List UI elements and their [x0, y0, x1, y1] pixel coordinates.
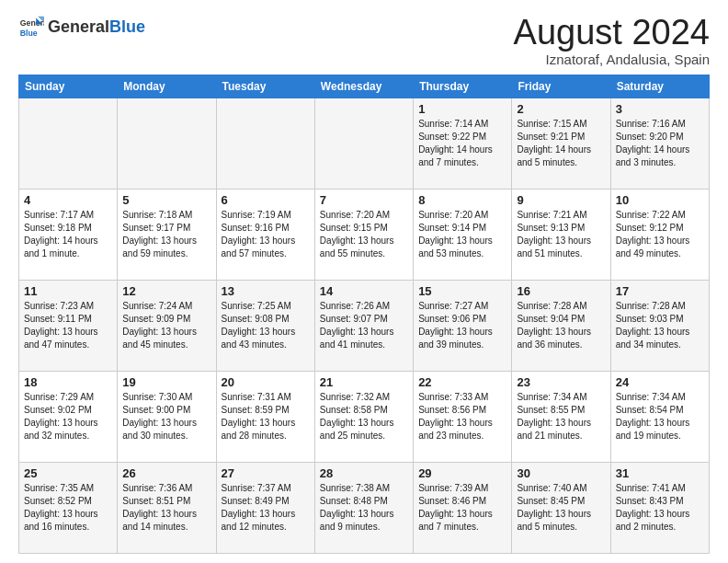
day-number: 4 [24, 193, 112, 207]
day-info: Sunrise: 7:30 AM Sunset: 9:00 PM Dayligh… [122, 391, 210, 442]
table-row: 26Sunrise: 7:36 AM Sunset: 8:51 PM Dayli… [118, 463, 216, 554]
day-info: Sunrise: 7:18 AM Sunset: 9:17 PM Dayligh… [122, 209, 210, 260]
table-row: 1Sunrise: 7:14 AM Sunset: 9:22 PM Daylig… [414, 98, 512, 190]
table-row: 31Sunrise: 7:41 AM Sunset: 8:43 PM Dayli… [610, 463, 709, 554]
table-row: 3Sunrise: 7:16 AM Sunset: 9:20 PM Daylig… [610, 98, 709, 190]
col-saturday: Saturday [610, 75, 709, 98]
day-number: 16 [517, 284, 605, 298]
calendar-week-row: 4Sunrise: 7:17 AM Sunset: 9:18 PM Daylig… [19, 190, 710, 281]
day-number: 28 [320, 466, 408, 480]
table-row: 12Sunrise: 7:24 AM Sunset: 9:09 PM Dayli… [118, 281, 216, 372]
table-row: 20Sunrise: 7:31 AM Sunset: 8:59 PM Dayli… [216, 372, 314, 463]
table-row: 29Sunrise: 7:39 AM Sunset: 8:46 PM Dayli… [414, 463, 512, 554]
table-row: 2Sunrise: 7:15 AM Sunset: 9:21 PM Daylig… [512, 98, 610, 190]
day-info: Sunrise: 7:21 AM Sunset: 9:13 PM Dayligh… [517, 209, 605, 260]
col-wednesday: Wednesday [314, 75, 413, 98]
table-row: 18Sunrise: 7:29 AM Sunset: 9:02 PM Dayli… [19, 372, 118, 463]
day-number: 7 [320, 193, 408, 207]
logo-text: GeneralBlue [48, 18, 145, 37]
table-row: 19Sunrise: 7:30 AM Sunset: 9:00 PM Dayli… [118, 372, 216, 463]
day-info: Sunrise: 7:17 AM Sunset: 9:18 PM Dayligh… [24, 209, 112, 260]
calendar-week-row: 1Sunrise: 7:14 AM Sunset: 9:22 PM Daylig… [19, 98, 710, 190]
day-number: 19 [122, 375, 210, 389]
col-thursday: Thursday [414, 75, 512, 98]
day-number: 27 [222, 466, 310, 480]
day-info: Sunrise: 7:23 AM Sunset: 9:11 PM Dayligh… [24, 300, 112, 351]
day-info: Sunrise: 7:37 AM Sunset: 8:49 PM Dayligh… [222, 482, 310, 534]
day-number: 9 [517, 193, 605, 207]
table-row: 25Sunrise: 7:35 AM Sunset: 8:52 PM Dayli… [19, 463, 118, 554]
table-row: 7Sunrise: 7:20 AM Sunset: 9:15 PM Daylig… [314, 190, 413, 281]
col-tuesday: Tuesday [216, 75, 314, 98]
table-row: 8Sunrise: 7:20 AM Sunset: 9:14 PM Daylig… [414, 190, 512, 281]
day-info: Sunrise: 7:40 AM Sunset: 8:45 PM Dayligh… [517, 482, 605, 534]
table-row: 28Sunrise: 7:38 AM Sunset: 8:48 PM Dayli… [314, 463, 413, 554]
day-number: 13 [222, 284, 310, 298]
day-number: 15 [418, 284, 506, 298]
day-info: Sunrise: 7:29 AM Sunset: 9:02 PM Dayligh… [24, 391, 112, 442]
day-info: Sunrise: 7:36 AM Sunset: 8:51 PM Dayligh… [122, 482, 210, 534]
table-row: 24Sunrise: 7:34 AM Sunset: 8:54 PM Dayli… [610, 372, 709, 463]
day-info: Sunrise: 7:14 AM Sunset: 9:22 PM Dayligh… [418, 118, 506, 169]
table-row: 9Sunrise: 7:21 AM Sunset: 9:13 PM Daylig… [512, 190, 610, 281]
generalblue-logo-icon: General Blue [18, 15, 44, 40]
day-number: 25 [24, 466, 112, 480]
day-number: 11 [24, 284, 112, 298]
day-number: 22 [418, 375, 506, 389]
day-number: 23 [517, 375, 605, 389]
day-info: Sunrise: 7:33 AM Sunset: 8:56 PM Dayligh… [418, 391, 506, 442]
calendar-week-row: 25Sunrise: 7:35 AM Sunset: 8:52 PM Dayli… [19, 463, 710, 554]
table-row: 16Sunrise: 7:28 AM Sunset: 9:04 PM Dayli… [512, 281, 610, 372]
day-number: 14 [320, 284, 408, 298]
day-info: Sunrise: 7:28 AM Sunset: 9:04 PM Dayligh… [517, 300, 605, 351]
calendar-header-row: Sunday Monday Tuesday Wednesday Thursday… [19, 75, 710, 98]
table-row [216, 98, 314, 190]
day-number: 21 [320, 375, 408, 389]
day-info: Sunrise: 7:38 AM Sunset: 8:48 PM Dayligh… [320, 482, 408, 534]
header: General Blue GeneralBlue August 2024 Izn… [18, 15, 710, 67]
col-sunday: Sunday [19, 75, 118, 98]
svg-text:Blue: Blue [20, 29, 38, 38]
day-number: 2 [517, 102, 605, 116]
day-number: 1 [418, 102, 506, 116]
day-number: 5 [122, 193, 210, 207]
table-row: 27Sunrise: 7:37 AM Sunset: 8:49 PM Dayli… [216, 463, 314, 554]
table-row: 22Sunrise: 7:33 AM Sunset: 8:56 PM Dayli… [414, 372, 512, 463]
header-right: August 2024 Iznatoraf, Andalusia, Spain [514, 15, 710, 67]
day-number: 24 [616, 375, 704, 389]
table-row: 10Sunrise: 7:22 AM Sunset: 9:12 PM Dayli… [610, 190, 709, 281]
day-info: Sunrise: 7:25 AM Sunset: 9:08 PM Dayligh… [222, 300, 310, 351]
day-number: 3 [616, 102, 704, 116]
day-info: Sunrise: 7:31 AM Sunset: 8:59 PM Dayligh… [222, 391, 310, 442]
col-friday: Friday [512, 75, 610, 98]
day-number: 6 [222, 193, 310, 207]
calendar-week-row: 18Sunrise: 7:29 AM Sunset: 9:02 PM Dayli… [19, 372, 710, 463]
day-info: Sunrise: 7:41 AM Sunset: 8:43 PM Dayligh… [616, 482, 704, 534]
day-info: Sunrise: 7:20 AM Sunset: 9:14 PM Dayligh… [418, 209, 506, 260]
table-row: 4Sunrise: 7:17 AM Sunset: 9:18 PM Daylig… [19, 190, 118, 281]
day-info: Sunrise: 7:19 AM Sunset: 9:16 PM Dayligh… [222, 209, 310, 260]
day-info: Sunrise: 7:34 AM Sunset: 8:55 PM Dayligh… [517, 391, 605, 442]
day-info: Sunrise: 7:32 AM Sunset: 8:58 PM Dayligh… [320, 391, 408, 442]
day-number: 17 [616, 284, 704, 298]
page: General Blue GeneralBlue August 2024 Izn… [0, 0, 728, 563]
table-row: 6Sunrise: 7:19 AM Sunset: 9:16 PM Daylig… [216, 190, 314, 281]
table-row: 11Sunrise: 7:23 AM Sunset: 9:11 PM Dayli… [19, 281, 118, 372]
day-info: Sunrise: 7:28 AM Sunset: 9:03 PM Dayligh… [616, 300, 704, 351]
day-info: Sunrise: 7:39 AM Sunset: 8:46 PM Dayligh… [418, 482, 506, 534]
day-info: Sunrise: 7:34 AM Sunset: 8:54 PM Dayligh… [616, 391, 704, 442]
table-row [314, 98, 413, 190]
table-row: 30Sunrise: 7:40 AM Sunset: 8:45 PM Dayli… [512, 463, 610, 554]
calendar-table: Sunday Monday Tuesday Wednesday Thursday… [18, 75, 710, 554]
day-info: Sunrise: 7:15 AM Sunset: 9:21 PM Dayligh… [517, 118, 605, 169]
day-info: Sunrise: 7:26 AM Sunset: 9:07 PM Dayligh… [320, 300, 408, 351]
day-number: 30 [517, 466, 605, 480]
calendar-week-row: 11Sunrise: 7:23 AM Sunset: 9:11 PM Dayli… [19, 281, 710, 372]
location: Iznatoraf, Andalusia, Spain [514, 52, 710, 67]
day-number: 18 [24, 375, 112, 389]
logo-general: General [48, 17, 109, 36]
day-number: 26 [122, 466, 210, 480]
table-row: 21Sunrise: 7:32 AM Sunset: 8:58 PM Dayli… [314, 372, 413, 463]
col-monday: Monday [118, 75, 216, 98]
table-row: 5Sunrise: 7:18 AM Sunset: 9:17 PM Daylig… [118, 190, 216, 281]
